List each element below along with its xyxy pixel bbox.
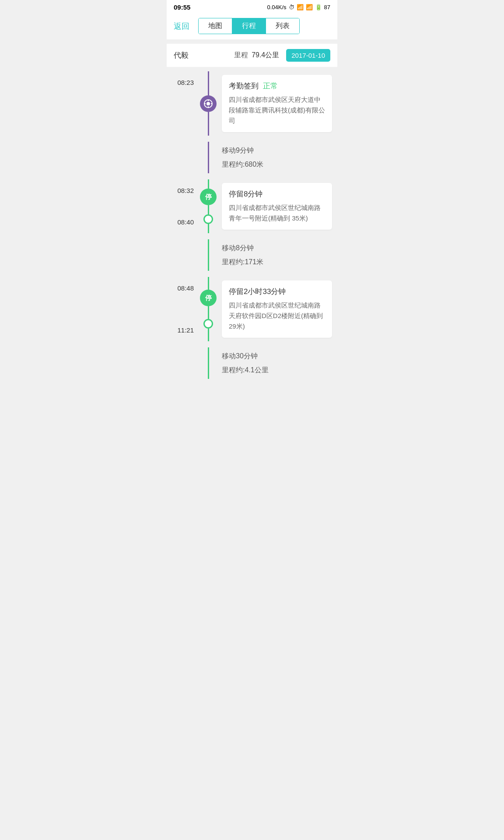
back-button[interactable]: 返回 xyxy=(174,21,189,32)
move-card-col-3: 移动30分钟 里程约:4.1公里 xyxy=(219,347,337,379)
move-stem-col-2 xyxy=(197,239,219,271)
event-address-1: 四川省成都市武侯区天府大道中段辅路靠近腾讯科技(成都)有限公司 xyxy=(229,94,325,126)
battery-level: 87 xyxy=(324,4,330,10)
move-time-col-3 xyxy=(167,347,197,379)
time-col-1: 08:23 xyxy=(167,71,197,136)
move-duration-2: 移动8分钟 xyxy=(222,241,332,255)
tab-group: 地图 行程 列表 xyxy=(198,18,300,34)
event-row-3: 08:48 11:21 停 停留2小时33分钟 四川省成都市武侯区世纪城南路天府… xyxy=(167,277,337,341)
svg-point-1 xyxy=(206,102,210,105)
date-badge: 2017-01-10 xyxy=(286,49,330,62)
node-3: 停 xyxy=(200,290,217,306)
move-segment-2: 移动8分钟 里程约:171米 xyxy=(167,233,337,277)
move-card-col-1: 移动9分钟 里程约:680米 xyxy=(219,142,337,173)
move-segment-1: 移动9分钟 里程约:680米 xyxy=(167,136,337,179)
event-card-3: 停留2小时33分钟 四川省成都市武侯区世纪城南路天府软件园D区D2楼附近(精确到… xyxy=(222,280,332,338)
time-col-3: 08:48 11:21 xyxy=(167,277,197,341)
move-segment-3: 移动30分钟 里程约:4.1公里 xyxy=(167,341,337,385)
card-col-1: 考勤签到 正常 四川省成都市武侯区天府大道中段辅路靠近腾讯科技(成都)有限公司 xyxy=(219,71,337,136)
move-card-col-2: 移动8分钟 里程约:171米 xyxy=(219,239,337,271)
move-mileage-3: 里程约:4.1公里 xyxy=(222,363,332,377)
tab-list[interactable]: 列表 xyxy=(266,18,299,34)
stem-col-1 xyxy=(197,71,219,136)
clock-icon: ⏱ xyxy=(289,4,294,10)
move-stem-col-1 xyxy=(197,142,219,173)
move-mileage-2: 里程约:171米 xyxy=(222,255,332,269)
node-2: 停 xyxy=(200,189,217,205)
move-duration-3: 移动30分钟 xyxy=(222,349,332,363)
status-badge-1: 正常 xyxy=(263,81,278,91)
status-time: 09:55 xyxy=(174,4,190,11)
node-small-2 xyxy=(203,214,213,224)
status-bar: 09:55 0.04K/s ⏱ 📶 📶 🔋 87 xyxy=(167,0,337,14)
wifi-icon: 📶 xyxy=(297,4,304,10)
tab-trip[interactable]: 行程 xyxy=(232,18,266,34)
event-address-3: 四川省成都市武侯区世纪城南路天府软件园D区D2楼附近(精确到 29米) xyxy=(229,300,325,332)
network-speed: 0.04K/s xyxy=(267,4,286,10)
move-mileage-1: 里程约:680米 xyxy=(222,158,332,172)
event-time-1: 08:23 xyxy=(177,71,194,86)
event-card-1: 考勤签到 正常 四川省成都市武侯区天府大道中段辅路靠近腾讯科技(成都)有限公司 xyxy=(222,75,332,132)
info-row: 代毅 里程 79.4公里 2017-01-10 xyxy=(167,44,337,67)
node-1 xyxy=(200,95,217,112)
event-row-1: 08:23 考勤签到 正常 四 xyxy=(167,71,337,136)
event-address-2: 四川省成都市武侯区世纪城南路青年一号附近(精确到 35米) xyxy=(229,203,325,224)
stem-col-3: 停 xyxy=(197,277,219,341)
stem-col-2: 停 xyxy=(197,179,219,233)
event-card-2: 停留8分钟 四川省成都市武侯区世纪城南路青年一号附近(精确到 35米) xyxy=(222,183,332,230)
tab-map[interactable]: 地图 xyxy=(199,18,232,34)
mileage-value: 79.4公里 xyxy=(252,51,279,60)
header: 返回 地图 行程 列表 xyxy=(167,14,337,39)
card-col-3: 停留2小时33分钟 四川省成都市武侯区世纪城南路天府软件园D区D2楼附近(精确到… xyxy=(219,277,337,341)
status-right: 0.04K/s ⏱ 📶 📶 🔋 87 xyxy=(267,4,330,10)
driver-name: 代毅 xyxy=(174,50,234,60)
timeline: 08:23 考勤签到 正常 四 xyxy=(167,67,337,389)
event-time-top-3: 08:48 xyxy=(177,277,194,291)
event-title-3: 停留2小时33分钟 xyxy=(229,287,325,297)
mileage-label: 里程 xyxy=(234,51,248,60)
event-title-2: 停留8分钟 xyxy=(229,189,325,199)
node-small-3 xyxy=(203,319,213,329)
event-time-bottom-2: 08:40 xyxy=(177,219,194,233)
event-title-1: 考勤签到 正常 xyxy=(229,81,325,91)
move-time-col-1 xyxy=(167,142,197,173)
battery-icon: 🔋 xyxy=(315,4,322,10)
event-time-top-2: 08:32 xyxy=(177,179,194,194)
move-time-col-2 xyxy=(167,239,197,271)
event-time-bottom-3: 11:21 xyxy=(177,327,194,341)
signal-icon: 📶 xyxy=(306,4,313,10)
event-row-2: 08:32 08:40 停 停留8分钟 四川省成都市武侯区世纪城南路青年一号附近… xyxy=(167,179,337,233)
time-col-2: 08:32 08:40 xyxy=(167,179,197,233)
move-stem-col-3 xyxy=(197,347,219,379)
move-duration-1: 移动9分钟 xyxy=(222,144,332,158)
card-col-2: 停留8分钟 四川省成都市武侯区世纪城南路青年一号附近(精确到 35米) xyxy=(219,179,337,233)
